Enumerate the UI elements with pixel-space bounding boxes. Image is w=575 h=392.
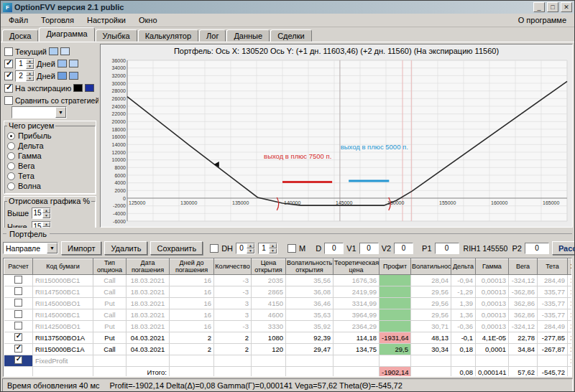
dh-spinner-2[interactable]: 1▲▼ bbox=[258, 243, 277, 254]
table-row[interactable]: RII145000BC1Call18.03.2021163460035,6339… bbox=[4, 309, 573, 321]
tab-доска[interactable]: Доска bbox=[2, 29, 38, 42]
column-header[interactable]: Волатильность bbox=[411, 259, 451, 275]
expiration-checkbox[interactable] bbox=[4, 84, 13, 93]
day2-spinner[interactable]: 2▲▼ bbox=[15, 70, 34, 82]
draw-option-radio-вега[interactable] bbox=[7, 162, 15, 170]
column-header[interactable]: Волатильность открытия bbox=[286, 259, 334, 275]
render-percent-group: Отрисовка графика % Выше 15▲▼ Ниже 15▲▼ bbox=[4, 197, 96, 228]
draw-option-radio-тета[interactable] bbox=[7, 172, 15, 180]
m-checkbox[interactable] bbox=[288, 244, 296, 253]
row-checkbox[interactable] bbox=[14, 356, 22, 364]
expiration-color-swatch-2[interactable] bbox=[85, 84, 94, 92]
minimize-button[interactable]: _ bbox=[533, 2, 545, 12]
d-field[interactable]: 0 bbox=[324, 243, 344, 254]
chevron-down-icon[interactable]: ▼ bbox=[47, 243, 58, 253]
column-header[interactable]: Дата погашения bbox=[126, 259, 170, 275]
draw-option-radio-гамма[interactable] bbox=[7, 152, 15, 160]
day1-color-swatch-2[interactable] bbox=[69, 60, 78, 67]
menu-item-торговля[interactable]: Торговля bbox=[34, 14, 80, 26]
current-color-swatch-2[interactable] bbox=[60, 47, 70, 55]
column-header[interactable]: Количество bbox=[214, 259, 252, 275]
maximize-button[interactable]: □ bbox=[547, 2, 558, 12]
draw-option-radio-дельта[interactable] bbox=[7, 142, 15, 150]
menu-item-настройки[interactable]: Настройки bbox=[80, 14, 132, 26]
dh-checkbox[interactable] bbox=[210, 244, 218, 253]
column-header[interactable]: Цена открытия bbox=[252, 259, 286, 275]
chevron-down-icon[interactable]: ▼ bbox=[55, 107, 66, 118]
delete-button[interactable]: Удалить bbox=[104, 241, 147, 255]
day1-checkbox[interactable] bbox=[4, 60, 13, 68]
column-header[interactable]: Расчет bbox=[4, 259, 33, 275]
row-delete-button[interactable]: X bbox=[568, 321, 573, 332]
column-header[interactable]: Тета bbox=[538, 259, 568, 275]
tab-лог[interactable]: Лог bbox=[199, 29, 226, 42]
column-header[interactable]: Дней до погашения bbox=[170, 259, 214, 275]
table-row[interactable]: RII142500BO1Put18.03.202116-3333035,9223… bbox=[4, 321, 573, 332]
day2-checkbox[interactable] bbox=[4, 72, 13, 80]
draw-option-radio-волна[interactable] bbox=[7, 182, 15, 190]
row-delete-button[interactable]: X bbox=[568, 298, 573, 309]
table-row[interactable]: RII147500BC1Call18.03.202116-3286536,082… bbox=[4, 286, 573, 298]
tab-диаграмма[interactable]: Диаграмма bbox=[39, 27, 94, 42]
row-delete-button[interactable]: X bbox=[568, 344, 573, 355]
p2-field[interactable]: 0 bbox=[525, 243, 549, 254]
column-header[interactable]: X bbox=[568, 259, 573, 275]
tab-калькулятор[interactable]: Калькулятор bbox=[138, 29, 198, 42]
menu-item-окно[interactable]: Окно bbox=[132, 14, 164, 26]
column-header[interactable]: Тип опциона bbox=[93, 259, 126, 275]
direction-select[interactable]: Направле ▼ bbox=[3, 242, 58, 254]
day2-color-swatch-1[interactable] bbox=[58, 72, 67, 80]
column-header[interactable]: Теоретическая цена bbox=[334, 259, 380, 275]
calculate-button[interactable]: Рассчит bbox=[552, 241, 575, 255]
import-button[interactable]: Импорт bbox=[61, 241, 101, 255]
save-button[interactable]: Сохранить bbox=[150, 241, 203, 255]
column-header[interactable]: Профит bbox=[380, 259, 411, 275]
table-row[interactable]: FixedProfitX bbox=[4, 355, 573, 367]
column-header[interactable]: Вега bbox=[509, 259, 538, 275]
row-delete-button[interactable]: X bbox=[568, 309, 573, 321]
row-delete-button[interactable] bbox=[568, 367, 573, 378]
row-delete-button[interactable]: X bbox=[568, 355, 573, 367]
row-delete-button[interactable]: X bbox=[568, 332, 573, 344]
column-header[interactable]: Гамма bbox=[476, 259, 509, 275]
day2-color-swatch-2[interactable] bbox=[69, 72, 78, 80]
table-row[interactable]: Итого:-1902,140,080,00014157,62-545,72 bbox=[4, 367, 573, 378]
column-header[interactable]: Код бумаги bbox=[33, 259, 93, 275]
dh-spinner-1[interactable]: 0▲▼ bbox=[236, 243, 255, 254]
row-checkbox[interactable] bbox=[14, 345, 22, 353]
table-row[interactable]: RII150000BC1ACall04.03.20212212029,47134… bbox=[4, 344, 573, 355]
row-checkbox[interactable] bbox=[14, 310, 22, 318]
above-spinner[interactable]: 15▲▼ bbox=[32, 207, 51, 219]
table-row[interactable]: RII145000BO1Put18.03.2021163415036,46331… bbox=[4, 298, 573, 309]
row-delete-button[interactable]: X bbox=[568, 286, 573, 298]
row-checkbox[interactable] bbox=[14, 333, 22, 341]
tab-данные[interactable]: Данные bbox=[226, 29, 270, 42]
row-checkbox[interactable] bbox=[14, 287, 22, 295]
cell-open_price: 4150 bbox=[252, 298, 286, 309]
row-checkbox[interactable] bbox=[14, 322, 22, 330]
expiration-color-swatch-1[interactable] bbox=[73, 84, 83, 92]
menu-item-файл[interactable]: Файл bbox=[2, 14, 34, 26]
row-delete-button[interactable]: X bbox=[568, 275, 573, 286]
tab-сделки[interactable]: Сделки bbox=[270, 29, 312, 42]
row-checkbox[interactable] bbox=[14, 276, 22, 284]
p1-field[interactable]: 0 bbox=[435, 243, 459, 254]
menu-item-about[interactable]: О программе bbox=[512, 14, 573, 26]
table-row[interactable]: RII137500BO1APut04.03.202122108092,39114… bbox=[4, 332, 573, 344]
tab-улыбка[interactable]: Улыбка bbox=[96, 29, 137, 42]
current-checkbox[interactable] bbox=[4, 47, 13, 56]
day1-color-swatch-1[interactable] bbox=[58, 60, 67, 67]
v1-field[interactable]: 0 bbox=[359, 243, 379, 254]
cell-theta: 284,49 bbox=[538, 321, 568, 332]
below-spinner[interactable]: 15▲▼ bbox=[32, 221, 51, 228]
compare-strategy-checkbox[interactable] bbox=[4, 96, 13, 105]
current-color-swatch-1[interactable] bbox=[49, 47, 58, 55]
column-header[interactable]: Дельта bbox=[451, 259, 476, 275]
strategy-select[interactable]: ▼ bbox=[12, 106, 67, 118]
row-checkbox[interactable] bbox=[14, 299, 22, 307]
day1-spinner[interactable]: 1▲▼ bbox=[15, 58, 34, 70]
table-row[interactable]: RII150000BC1Call18.03.202116-3203535,561… bbox=[4, 275, 573, 286]
draw-option-radio-прибыль[interactable] bbox=[7, 132, 15, 140]
v2-field[interactable]: 0 bbox=[394, 243, 413, 254]
close-button[interactable]: ✕ bbox=[561, 2, 572, 12]
